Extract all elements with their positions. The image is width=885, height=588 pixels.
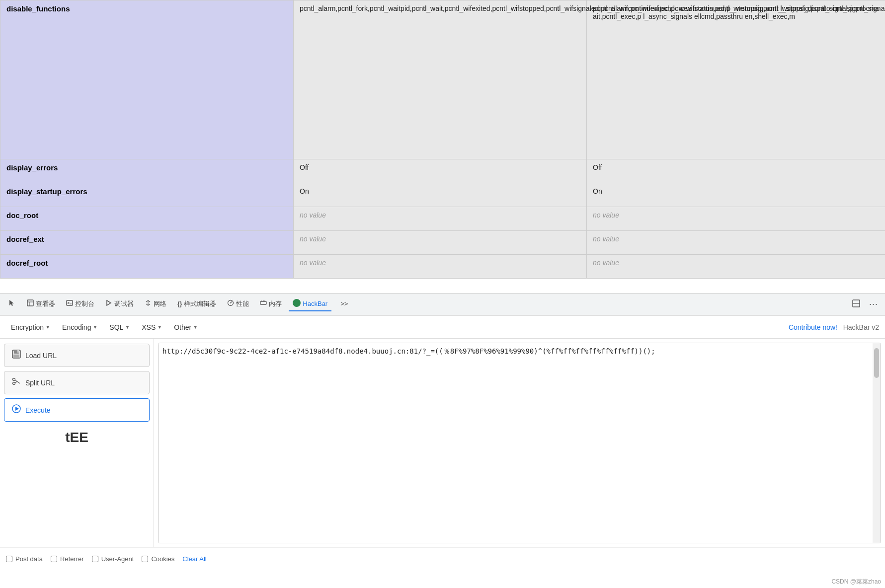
- devtools-hackbar[interactable]: HackBar: [289, 297, 331, 311]
- hackbar-other-menu[interactable]: Other ▼: [169, 321, 203, 333]
- cell-name: display_startup_errors: [0, 183, 294, 207]
- devtools-options-button[interactable]: ···: [866, 297, 881, 311]
- post-data-checkbox-item[interactable]: Post data: [6, 555, 43, 563]
- svg-rect-18: [13, 355, 19, 358]
- console-icon: [66, 299, 73, 308]
- cell-master: no value: [587, 231, 885, 255]
- encoding-label: Encoding: [62, 323, 91, 331]
- hackbar-encoding-menu[interactable]: Encoding ▼: [57, 321, 102, 333]
- php-info-table-section: disable_functions pcntl_alarm,pcntl_fork…: [0, 0, 885, 293]
- devtools-more-label: >>: [340, 300, 348, 307]
- svg-rect-9: [260, 301, 266, 304]
- contribute-text: Contribute now!: [789, 323, 837, 331]
- chevron-down-icon: ▼: [157, 324, 162, 330]
- memory-icon: [260, 299, 267, 308]
- hackbar-encryption-menu[interactable]: Encryption ▼: [6, 321, 55, 333]
- hackbar-left-panel: Load URL Split URL Execute tEE: [0, 339, 154, 547]
- devtools-network-label: 网络: [154, 299, 166, 308]
- table-row: disable_functions pcntl_alarm,pcntl_fork…: [0, 0, 885, 159]
- cell-name: docref_root: [0, 255, 294, 279]
- devtools-inspector[interactable]: 查看器: [23, 297, 59, 311]
- chevron-down-icon: ▼: [45, 324, 50, 330]
- svg-point-8: [230, 302, 231, 303]
- devtools-network[interactable]: 网络: [141, 297, 170, 311]
- cell-local: no value: [294, 255, 587, 279]
- referrer-checkbox[interactable]: [51, 556, 57, 562]
- contribute-link[interactable]: Contribute now! HackBar v2: [789, 323, 879, 331]
- load-url-button[interactable]: Load URL: [4, 344, 150, 367]
- cell-master: no value: [587, 207, 885, 231]
- user-agent-checkbox-item[interactable]: User-Agent: [92, 555, 134, 563]
- network-icon: [145, 299, 152, 308]
- execute-icon: [11, 404, 21, 416]
- post-data-checkbox[interactable]: [6, 556, 12, 562]
- cookies-checkbox-item[interactable]: Cookies: [142, 555, 174, 563]
- devtools-style-editor[interactable]: {} 样式编辑器: [173, 297, 220, 311]
- devtools-memory[interactable]: 内存: [256, 297, 286, 311]
- user-agent-checkbox[interactable]: [92, 556, 98, 562]
- encryption-label: Encryption: [11, 323, 44, 331]
- devtools-performance[interactable]: 性能: [223, 297, 253, 311]
- split-url-button[interactable]: Split URL: [4, 371, 150, 394]
- xss-label: XSS: [142, 323, 156, 331]
- svg-line-22: [15, 382, 17, 383]
- svg-point-19: [13, 378, 15, 381]
- devtools-more-button[interactable]: >>: [336, 298, 352, 310]
- url-input-wrapper: [158, 343, 881, 543]
- hackbar-xss-menu[interactable]: XSS ▼: [137, 321, 167, 333]
- tee-text: tEE: [65, 430, 88, 445]
- devtools-inspect-tool[interactable]: [4, 297, 20, 311]
- cell-local: no value: [294, 207, 587, 231]
- referrer-checkbox-item[interactable]: Referrer: [51, 555, 84, 563]
- cell-name: disable_functions: [0, 0, 294, 159]
- split-url-label: Split URL: [25, 379, 55, 387]
- devtools-end-icons: ···: [849, 297, 881, 311]
- debugger-icon: [105, 299, 112, 308]
- url-input[interactable]: [159, 343, 873, 543]
- load-url-icon: [11, 349, 21, 362]
- style-icon: {}: [177, 300, 182, 307]
- cursor-icon: [8, 299, 16, 308]
- hackbar-icon: [293, 299, 301, 308]
- devtools-console[interactable]: 控制台: [62, 297, 98, 311]
- clear-all-label: Clear All: [182, 555, 206, 563]
- devtools-debugger[interactable]: 调试器: [101, 297, 138, 311]
- execute-label: Execute: [25, 406, 51, 414]
- devtools-performance-label: 性能: [236, 299, 249, 308]
- scrollbar-thumb: [874, 348, 879, 378]
- cookies-checkbox[interactable]: [142, 556, 148, 562]
- csdn-watermark: CSDN @菜菜zhao: [831, 578, 881, 586]
- post-data-label: Post data: [15, 555, 43, 563]
- hackbar-sql-menu[interactable]: SQL ▼: [104, 321, 135, 333]
- perf-icon: [227, 299, 234, 308]
- devtools-debugger-label: 调试器: [114, 299, 134, 308]
- cell-local: Off: [294, 159, 587, 183]
- ellipsis-icon: ···: [869, 299, 878, 309]
- cell-master: no value: [587, 255, 885, 279]
- cell-name: display_errors: [0, 159, 294, 183]
- cell-name: doc_root: [0, 207, 294, 231]
- tee-display: tEE: [4, 426, 150, 449]
- svg-rect-17: [17, 350, 19, 353]
- devtools-bar: 查看器 控制台 调试器 网络 {} 样式编辑器 性能: [0, 293, 885, 316]
- devtools-style-label: 样式编辑器: [184, 299, 216, 308]
- svg-rect-0: [27, 300, 33, 306]
- scrollbar[interactable]: [873, 343, 881, 543]
- load-url-label: Load URL: [25, 352, 57, 360]
- svg-point-20: [13, 382, 15, 385]
- inspector-icon: [27, 299, 34, 308]
- devtools-dock-button[interactable]: [849, 297, 863, 311]
- cell-master: On: [587, 183, 885, 207]
- chevron-down-icon: ▼: [125, 324, 130, 330]
- chevron-down-icon: ▼: [193, 324, 198, 330]
- sql-label: SQL: [109, 323, 123, 331]
- clear-all-link[interactable]: Clear All: [182, 555, 206, 563]
- devtools-hackbar-label: HackBar: [303, 300, 327, 307]
- devtools-inspector-label: 查看器: [36, 299, 55, 308]
- execute-button[interactable]: Execute: [4, 398, 150, 422]
- table-row: doc_root no value no value: [0, 207, 885, 231]
- hackbar-menu-bar: Encryption ▼ Encoding ▼ SQL ▼ XSS ▼ Othe…: [0, 316, 885, 339]
- devtools-console-label: 控制台: [75, 299, 94, 308]
- table-row: display_startup_errors On On: [0, 183, 885, 207]
- php-info-table: disable_functions pcntl_alarm,pcntl_fork…: [0, 0, 885, 279]
